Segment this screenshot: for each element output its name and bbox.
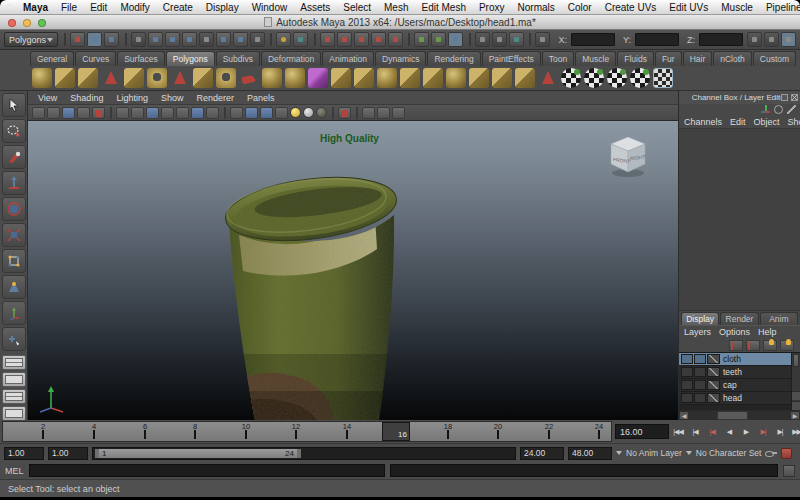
move-tool[interactable] [2,171,26,195]
shelf-tab-dynamics[interactable]: Dynamics [375,51,426,66]
shelf-tab-ncloth[interactable]: nCloth [713,51,752,66]
menu-help-le[interactable]: Help [758,327,777,337]
shaded-mode-icon[interactable] [245,107,258,119]
play-forwards-button[interactable]: ▶ [738,423,754,440]
ipr-render-icon[interactable] [492,32,507,47]
attribute-editor-toggle-icon[interactable] [747,32,762,47]
shelf-tab-fur[interactable]: Fur [655,51,682,66]
camera-attributes-icon[interactable] [62,107,75,119]
menu-edit-uvs[interactable]: Edit UVs [669,2,708,13]
input-connections-icon[interactable] [414,32,429,47]
menu-window[interactable]: Window [252,2,288,13]
menu-pipeline[interactable]: Pipeline... [766,2,800,13]
anim-layer-dropdown-icon[interactable] [616,451,622,455]
scale-tool[interactable] [2,223,26,247]
select-hierarchy-icon[interactable] [131,32,146,47]
playback-start-field[interactable] [48,447,88,460]
layer-visibility-toggle[interactable] [681,367,693,377]
bookmark-icon[interactable] [77,107,90,119]
menu-assets[interactable]: Assets [300,2,330,13]
film-gate-icon[interactable] [131,107,144,119]
tab-render[interactable]: Render [720,312,758,325]
layer-display-type-swatch[interactable] [707,380,720,390]
layer-visibility-toggle[interactable] [681,354,693,364]
script-editor-icon[interactable] [783,465,795,477]
menu-create[interactable]: Create [163,2,193,13]
mask-misc-icon[interactable] [250,32,265,47]
tab-anim[interactable]: Anim [760,312,798,325]
image-plane-icon[interactable] [92,107,105,119]
quick-selection-icon[interactable] [535,32,550,47]
divider[interactable] [269,33,273,46]
view-cube[interactable]: FRONT RIGHT [605,131,651,179]
layer-playback-toggle[interactable] [694,354,706,364]
shelf-tab-animation[interactable]: Animation [322,51,374,66]
z-input[interactable] [699,33,743,46]
menu-edit-cb[interactable]: Edit [730,117,746,127]
mel-input[interactable] [29,464,385,477]
shelf-tab-toon[interactable]: Toon [542,51,574,66]
shelf-tab-painteffects[interactable]: PaintEffects [482,51,541,66]
cone-angle-icon[interactable] [538,68,558,88]
planar-mapping-icon[interactable] [561,68,581,88]
layer-display-type-swatch[interactable] [707,354,720,364]
divider[interactable] [62,33,66,46]
shelf-tab-hair[interactable]: Hair [683,51,713,66]
menu-maya[interactable]: Maya [23,2,48,13]
extract-icon[interactable] [400,68,420,88]
panel-menu-show[interactable]: Show [161,93,184,103]
divider[interactable] [528,33,532,46]
layer-row-cloth[interactable]: cloth [679,353,800,366]
layout-four-pane-button[interactable] [2,389,26,404]
fill-hole-icon[interactable] [492,68,512,88]
range-slider-track[interactable]: 1 24 [92,447,516,460]
scroll-left-icon[interactable]: ◀ [679,411,689,420]
menu-channels[interactable]: Channels [684,117,722,127]
animation-preferences-icon[interactable] [781,448,792,459]
safe-title-icon[interactable] [206,107,219,119]
layer-row-head[interactable]: head [679,392,800,405]
tool-settings-toggle-icon[interactable] [764,32,779,47]
super-shape-icon[interactable] [308,68,328,88]
step-forward-frame-button[interactable]: ▶| [772,423,788,440]
layer-list-hscrollbar[interactable]: ◀ ▶ [679,410,800,420]
layer-visibility-toggle[interactable] [681,393,693,403]
layer-row-cap[interactable]: cap [679,379,800,392]
highlight-selection-icon[interactable] [199,32,214,47]
shelf-tab-fluids[interactable]: Fluids [617,51,654,66]
channel-list-empty[interactable] [679,129,800,311]
select-camera-icon[interactable] [32,107,45,119]
shelf-tab-custom[interactable]: Custom [753,51,796,66]
move-layer-up-icon[interactable] [729,340,743,351]
rotate-tool[interactable] [2,197,26,221]
selection-mode-dropdown[interactable]: Polygons [4,32,58,47]
create-layer-from-selected-icon[interactable] [780,340,794,351]
animation-start-field[interactable] [4,447,44,460]
menu-color[interactable]: Color [568,2,592,13]
go-to-end-button[interactable]: ▶▶| [789,423,800,440]
speed-state-icon[interactable] [774,105,783,114]
tab-display[interactable]: Display [681,312,719,325]
layout-single-pane-button[interactable] [2,355,26,370]
panel-menu-lighting[interactable]: Lighting [116,93,148,103]
layer-row-teeth[interactable]: teeth [679,366,800,379]
save-scene-icon[interactable] [104,32,119,47]
poly-platonic-icon[interactable] [262,68,282,88]
poly-soccerball-icon[interactable] [239,68,259,88]
channel-box-toggle-icon[interactable] [781,32,796,47]
shelf-tab-rendering[interactable]: Rendering [427,51,480,66]
menu-mesh[interactable]: Mesh [384,2,408,13]
poly-cone-icon[interactable] [101,68,121,88]
manip-axis-icon[interactable] [761,105,770,114]
menu-modify[interactable]: Modify [120,2,149,13]
cylindrical-mapping-icon[interactable] [584,68,604,88]
textured-mode-icon[interactable] [260,107,273,119]
shelf-tab-subdivs[interactable]: Subdivs [216,51,260,66]
snap-grid-icon[interactable] [320,32,335,47]
x-input[interactable] [571,33,615,46]
uv-editor-icon[interactable] [653,68,673,88]
current-time-field[interactable] [615,424,669,439]
last-tool-used[interactable] [2,327,26,351]
menu-layers[interactable]: Layers [684,327,711,337]
lock-camera-icon[interactable] [47,107,60,119]
